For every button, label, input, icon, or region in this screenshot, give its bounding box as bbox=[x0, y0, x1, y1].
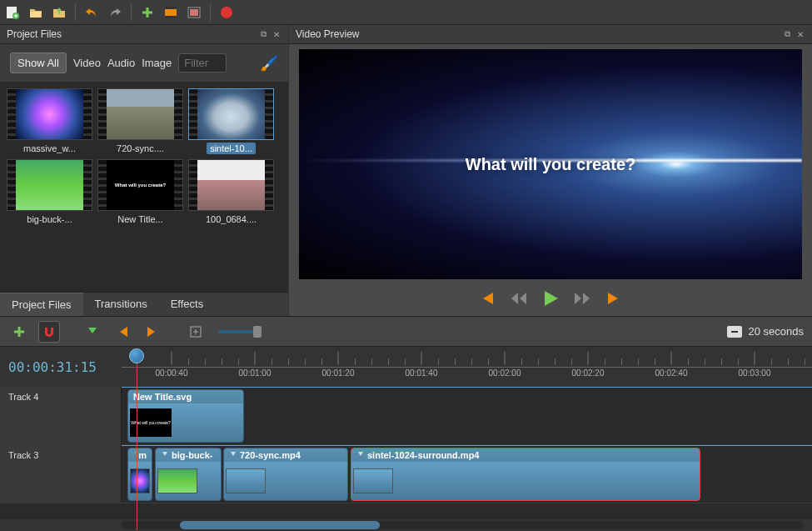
project-file-item[interactable]: massive_w... bbox=[7, 88, 92, 154]
project-file-item[interactable]: 720-sync.... bbox=[97, 88, 183, 154]
project-file-label: big-buck-... bbox=[23, 213, 75, 225]
project-file-item[interactable]: 100_0684.... bbox=[188, 159, 274, 225]
filter-video-button[interactable]: Video bbox=[73, 57, 101, 69]
open-project-button[interactable] bbox=[27, 3, 45, 22]
project-file-label: massive_w... bbox=[20, 143, 79, 154]
project-files-filter-row: Show All Video Audio Image 🖌️ bbox=[0, 44, 288, 82]
center-playhead-button[interactable] bbox=[185, 321, 207, 343]
ruler-tick: 00:03:00 bbox=[739, 368, 771, 378]
ruler-tick: 00:02:20 bbox=[572, 368, 605, 378]
project-file-label: 720-sync.... bbox=[113, 143, 167, 154]
rewind-button[interactable] bbox=[510, 289, 528, 308]
project-file-label: New Title... bbox=[114, 213, 166, 225]
save-project-button[interactable] bbox=[50, 3, 68, 22]
clear-filter-icon[interactable]: 🖌️ bbox=[260, 54, 278, 73]
previous-marker-button[interactable] bbox=[112, 321, 133, 343]
svg-rect-6 bbox=[190, 9, 198, 16]
project-file-item[interactable]: What will you create?New Title... bbox=[97, 159, 183, 225]
add-marker-button[interactable] bbox=[82, 321, 103, 343]
timeline-tracks-area[interactable]: Track 4New Title.svgWhat will you create… bbox=[0, 387, 812, 519]
redo-button[interactable] bbox=[106, 3, 124, 22]
clip-label: big-buck- bbox=[156, 448, 221, 462]
project-file-item[interactable]: big-buck-... bbox=[7, 159, 92, 225]
ruler-tick: 00:02:40 bbox=[655, 368, 688, 378]
tab-effects[interactable]: Effects bbox=[159, 293, 216, 316]
panel-undock-icon[interactable]: ⧉ bbox=[258, 29, 268, 39]
clip-label: sintel-1024-surround.mp4 bbox=[351, 448, 700, 462]
timeline-ruler-row: 00:00:31:15 00:00:4000:01:0000:01:2000:0… bbox=[0, 347, 812, 387]
choose-profile-button[interactable] bbox=[162, 3, 180, 22]
playhead[interactable] bbox=[137, 348, 144, 363]
filter-image-button[interactable]: Image bbox=[142, 57, 172, 69]
project-file-item[interactable]: sintel-10... bbox=[188, 88, 274, 154]
ruler-tick: 00:01:20 bbox=[322, 368, 355, 378]
svg-point-7 bbox=[221, 7, 232, 18]
video-preview-titlebar: Video Preview ⧉ ✕ bbox=[289, 25, 812, 44]
project-files-tabs: Project Files Transitions Effects bbox=[0, 292, 288, 316]
timecode-display[interactable]: 00:00:31:15 bbox=[0, 347, 122, 387]
snapping-button[interactable] bbox=[38, 321, 60, 343]
panel-close-icon[interactable]: ✕ bbox=[271, 29, 281, 39]
zoom-slider[interactable] bbox=[218, 330, 260, 333]
clip-label: New Title.svg bbox=[128, 390, 243, 403]
timeline-clip[interactable]: 720-sync.mp4 bbox=[223, 448, 348, 501]
timeline-toolbar: 20 seconds bbox=[0, 317, 812, 347]
track-row: Track 4New Title.svgWhat will you create… bbox=[0, 387, 812, 445]
clip-label: 720-sync.mp4 bbox=[224, 448, 347, 462]
tab-transitions[interactable]: Transitions bbox=[83, 293, 159, 316]
track-row: Track 3mbig-buck-720-sync.mp4sintel-1024… bbox=[0, 445, 812, 503]
timeline-clip[interactable]: New Title.svgWhat will you create? bbox=[127, 389, 244, 443]
timeline-clip[interactable]: sintel-1024-surround.mp4 bbox=[351, 448, 700, 501]
export-video-button[interactable] bbox=[217, 3, 236, 22]
import-files-button[interactable] bbox=[138, 3, 157, 22]
svg-rect-4 bbox=[165, 16, 177, 18]
new-project-button[interactable] bbox=[3, 3, 22, 22]
fullscreen-button[interactable] bbox=[185, 3, 203, 22]
timeline-scroll-thumb[interactable] bbox=[180, 521, 380, 529]
video-preview-panel: Video Preview ⧉ ✕ What will you create? bbox=[289, 25, 812, 316]
project-files-panel: Project Files ⧉ ✕ Show All Video Audio I… bbox=[0, 25, 289, 316]
video-preview-title: Video Preview bbox=[296, 28, 360, 40]
ruler-tick: 00:02:00 bbox=[489, 368, 521, 378]
main-toolbar bbox=[0, 0, 812, 25]
tab-project-files[interactable]: Project Files bbox=[0, 293, 83, 316]
next-marker-button[interactable] bbox=[142, 321, 163, 343]
timeline-scroll-track[interactable] bbox=[122, 521, 804, 529]
track-content[interactable]: mbig-buck-720-sync.mp4sintel-1024-surrou… bbox=[122, 445, 812, 503]
filter-search-input[interactable] bbox=[178, 53, 227, 73]
project-file-label: 100_0684.... bbox=[202, 213, 260, 225]
zoom-level-icon[interactable] bbox=[727, 326, 742, 338]
timeline-ruler[interactable]: 00:00:4000:01:0000:01:2000:01:4000:02:00… bbox=[122, 347, 812, 387]
timeline-clip[interactable]: big-buck- bbox=[155, 448, 222, 501]
add-track-button[interactable] bbox=[8, 321, 30, 343]
ruler-tick: 00:01:40 bbox=[406, 368, 438, 378]
preview-close-icon[interactable]: ✕ bbox=[795, 29, 805, 39]
jump-end-button[interactable] bbox=[605, 289, 623, 308]
timeline-panel: 20 seconds 00:00:31:15 00:00:4000:01:000… bbox=[0, 316, 812, 531]
jump-start-button[interactable] bbox=[478, 289, 496, 308]
track-content[interactable]: New Title.svgWhat will you create? bbox=[122, 387, 812, 444]
timeline-clip[interactable]: m bbox=[127, 448, 152, 501]
project-file-label: sintel-10... bbox=[207, 143, 256, 154]
transport-controls bbox=[299, 279, 802, 311]
fast-forward-button[interactable] bbox=[573, 289, 591, 308]
track-header[interactable]: Track 4 bbox=[0, 387, 122, 444]
preview-undock-icon[interactable]: ⧉ bbox=[782, 29, 792, 39]
zoom-level-label: 20 seconds bbox=[749, 325, 805, 338]
timeline-scrollbar bbox=[0, 519, 812, 531]
clip-label: m bbox=[128, 448, 152, 462]
ruler-tick: 00:00:40 bbox=[156, 368, 188, 378]
preview-overlay-text: What will you create? bbox=[466, 155, 635, 174]
filter-audio-button[interactable]: Audio bbox=[107, 57, 135, 69]
track-header[interactable]: Track 3 bbox=[0, 445, 122, 503]
project-files-title: Project Files bbox=[7, 28, 62, 40]
undo-button[interactable] bbox=[82, 3, 101, 22]
project-files-grid: massive_w...720-sync....sintel-10...big-… bbox=[0, 82, 288, 292]
filter-show-all-button[interactable]: Show All bbox=[10, 53, 67, 73]
video-preview-canvas[interactable]: What will you create? bbox=[299, 49, 802, 279]
project-files-titlebar: Project Files ⧉ ✕ bbox=[0, 25, 288, 44]
play-button[interactable] bbox=[541, 289, 560, 308]
ruler-tick: 00:01:00 bbox=[239, 368, 271, 378]
svg-rect-3 bbox=[165, 7, 177, 9]
